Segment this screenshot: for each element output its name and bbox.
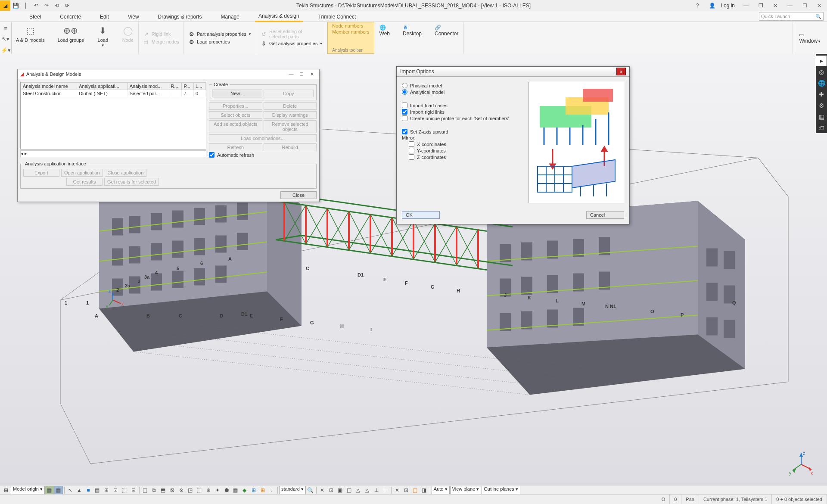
part-analysis-button[interactable]: ⚙Part analysis properties▼ <box>188 31 252 37</box>
mirror-y-checkbox[interactable]: Y-coordinates <box>409 148 524 153</box>
set-z-checkbox[interactable]: Set Z-axis upward <box>402 129 524 134</box>
tb-icon[interactable]: ⊥ <box>372 486 381 495</box>
dialog-titlebar[interactable]: ◢ Analysis & Design Models — ☐ ✕ <box>18 69 319 79</box>
analytical-model-radio[interactable]: Analytical model <box>402 89 524 95</box>
tb-icon[interactable]: ◫ <box>411 486 420 495</box>
tb-icon[interactable]: ⊟ <box>129 486 138 495</box>
workplane-icon[interactable]: ⊞ <box>2 486 10 495</box>
chevron-right-icon[interactable]: ▸ <box>816 56 827 66</box>
tb-icon[interactable]: ◳ <box>186 486 195 495</box>
dialog-titlebar[interactable]: Import Options x <box>397 67 629 77</box>
close-icon[interactable]: ✕ <box>813 0 825 11</box>
tb-icon[interactable]: ⊡ <box>402 486 410 495</box>
menu-concrete[interactable]: Concrete <box>56 12 84 22</box>
tb-icon[interactable]: ◆ <box>240 486 249 495</box>
tb-icon[interactable]: ↓ <box>267 486 276 495</box>
redo-icon[interactable]: ↷ <box>41 0 52 11</box>
mirror-z-checkbox[interactable]: Z-coordinates <box>409 154 524 160</box>
app-icon[interactable]: ◢ <box>0 0 10 11</box>
tb-icon[interactable]: ◫ <box>345 486 354 495</box>
tb-icon[interactable]: ⊞ <box>258 486 267 495</box>
get-analysis-button[interactable]: ⇩Get analysis properties▼ <box>261 40 323 47</box>
tb-icon[interactable]: ⊕ <box>204 486 213 495</box>
mdi-minimize-icon[interactable]: — <box>740 0 752 11</box>
load-button[interactable]: ⬇Load▼ <box>97 25 109 47</box>
tb-icon[interactable]: ⊞ <box>102 486 111 495</box>
plus-icon[interactable]: ✚ <box>816 89 827 100</box>
tb-icon[interactable]: ⊡ <box>327 486 336 495</box>
node-numbers-toggle[interactable]: Node numbers <box>332 23 369 28</box>
gear-icon[interactable]: ⚙ <box>816 100 827 111</box>
tb-icon[interactable]: ▦ <box>54 486 63 495</box>
tb-icon[interactable]: ⧉ <box>150 486 159 495</box>
undo-icon[interactable]: ↶ <box>31 0 41 11</box>
maximize-icon[interactable]: ☐ <box>297 70 306 78</box>
col-p[interactable]: P... <box>182 83 194 90</box>
tb-icon[interactable]: △ <box>363 486 372 495</box>
tc-desktop-button[interactable]: 🖥Desktop <box>403 25 422 37</box>
close-button[interactable]: Close <box>280 191 317 199</box>
auto-combo[interactable]: Auto ▾ <box>432 486 450 495</box>
tb-icon[interactable]: ▣ <box>336 486 345 495</box>
hamburger-icon[interactable]: ≡ <box>1 25 10 32</box>
col-l[interactable]: L... <box>194 83 206 90</box>
axis-gizmo[interactable]: x y z <box>788 451 814 477</box>
mdi-close-icon[interactable]: ✕ <box>769 0 781 11</box>
tb-icon[interactable]: ✕ <box>393 486 401 495</box>
member-numbers-toggle[interactable]: Member numbers <box>332 29 369 34</box>
tb-icon[interactable]: ■ <box>84 486 93 495</box>
import-load-cases-checkbox[interactable]: Import load cases <box>402 103 524 108</box>
auto-refresh-checkbox[interactable]: Automatic refresh <box>209 152 317 158</box>
tb-icon[interactable]: ⊞ <box>249 486 258 495</box>
tb-icon[interactable]: ✦ <box>213 486 222 495</box>
minimize-icon[interactable]: — <box>286 70 296 78</box>
tb-icon[interactable]: ⊢ <box>381 486 390 495</box>
col-mod[interactable]: Analysis mod... <box>127 83 169 90</box>
load-groups-button[interactable]: ⊕⊕Load groups <box>58 25 84 47</box>
user-icon[interactable]: 👤 <box>706 0 718 11</box>
import-rigid-links-checkbox[interactable]: Import rigid links <box>402 109 524 115</box>
new-button[interactable]: New... <box>212 90 262 97</box>
menu-manage[interactable]: Manage <box>218 12 243 22</box>
menu-edit[interactable]: Edit <box>96 12 112 22</box>
interrupt-icon[interactable]: ⚡▾ <box>1 47 10 54</box>
view-plane-combo[interactable]: View plane ▾ <box>450 486 482 495</box>
mirror-x-checkbox[interactable]: X-coordinates <box>409 141 524 147</box>
col-app[interactable]: Analysis applicati... <box>77 83 128 90</box>
close-icon[interactable]: x <box>616 68 626 75</box>
menu-view[interactable]: View <box>124 12 143 22</box>
redo-history-icon[interactable]: ⟳ <box>62 0 72 11</box>
cancel-button[interactable]: Cancel <box>586 211 624 219</box>
window-button[interactable]: ▭Window▼ <box>799 32 821 44</box>
menu-trimble[interactable]: Trimble Connect <box>315 12 360 22</box>
table-row[interactable]: Steel Construction Dlubal (.NET) Selecte… <box>21 90 206 97</box>
tb-icon[interactable]: ⬚ <box>195 486 204 495</box>
tc-web-button[interactable]: 🌐Web <box>379 25 390 37</box>
minimize-icon[interactable]: — <box>784 0 796 11</box>
help-icon[interactable]: ? <box>691 0 703 11</box>
tb-icon[interactable]: ▦ <box>45 486 54 495</box>
quick-launch-input[interactable]: Quick Launch🔍 <box>759 12 824 21</box>
ad-models-button[interactable]: ⬚A & D models <box>16 25 45 47</box>
col-r[interactable]: R... <box>169 83 182 90</box>
close-icon[interactable]: ✕ <box>307 70 317 78</box>
col-name[interactable]: Analysis model name <box>21 83 77 90</box>
tc-connector-button[interactable]: 🔗Connector <box>435 25 458 37</box>
standard-combo[interactable]: standard ▾ <box>279 486 306 495</box>
models-table[interactable]: Analysis model name Analysis applicati..… <box>20 82 206 149</box>
model-origin-combo[interactable]: Model origin ▾ <box>11 486 45 495</box>
cursor-icon[interactable]: ↖▾ <box>1 35 10 43</box>
hscroll[interactable]: ◂ ▸ <box>20 150 206 157</box>
tb-icon[interactable]: ▲ <box>75 486 84 495</box>
cursor-icon[interactable]: ↖ <box>66 486 75 495</box>
create-unique-checkbox[interactable]: Create unique profile for each 'Set of m… <box>402 115 524 121</box>
tb-icon[interactable]: ⬢ <box>222 486 231 495</box>
tb-icon[interactable]: ◨ <box>420 486 429 495</box>
maximize-icon[interactable]: ☐ <box>799 0 811 11</box>
tb-icon[interactable]: ▦ <box>231 486 240 495</box>
tb-icon[interactable]: 🔍 <box>306 486 315 495</box>
tb-icon[interactable]: ⊗ <box>177 486 186 495</box>
physical-model-radio[interactable]: Physical model <box>402 83 524 88</box>
menu-steel[interactable]: Steel <box>26 12 44 22</box>
tb-icon[interactable]: ✕ <box>318 486 326 495</box>
